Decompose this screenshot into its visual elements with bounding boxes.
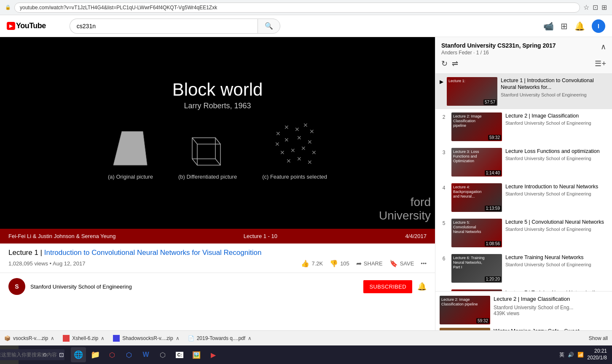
taskbar-app2[interactable]: ⬡ <box>121 347 137 362</box>
suggestion-channel-1: Stanford University School of Eng... <box>494 305 608 310</box>
playlist-info-2: Lecture 2 | Image Classification Stanfor… <box>505 112 608 126</box>
taskbar-app3[interactable]: ⬡ <box>155 347 170 362</box>
taskbar-app5[interactable]: ▶ <box>206 347 221 362</box>
download-name-3: ShadowsocksR-v....zip <box>122 335 173 341</box>
sug-thumb-label-1: Lecture 2: Image Classification pipeline <box>441 297 490 307</box>
like-button[interactable]: 👍 7.2K <box>301 260 323 268</box>
video-title-link[interactable]: Introduction to Convolutional Neural Net… <box>44 249 262 257</box>
upload-icon[interactable]: 📹 <box>543 21 554 31</box>
playlist-num-7: 7 <box>440 289 448 291</box>
add-to-queue-icon[interactable]: ☰+ <box>595 59 606 68</box>
channel-name[interactable]: Stanford University School of Engineerin… <box>30 284 132 290</box>
thumb-label-1: Lecture 1: <box>448 79 465 83</box>
download-item-4[interactable]: 📄 2019-Towards q....pdf ∧ <box>188 335 252 341</box>
bookmark-icon[interactable]: ☆ <box>583 3 589 11</box>
playlist-info-1: Lecture 1 | Introduction to Convolutiona… <box>501 77 608 97</box>
download-chevron-3[interactable]: ∧ <box>176 335 180 341</box>
search-button[interactable]: 🔍 <box>258 19 280 34</box>
playlist-title-7: Lecture 7 | Training Neural Networks II <box>505 289 608 291</box>
taskbar-clock: 20:21 2020/1/8 <box>587 348 607 361</box>
taskbar-explorer[interactable]: 📁 <box>88 347 103 362</box>
bell-icon[interactable]: 🔔 <box>574 21 585 31</box>
loop-icon[interactable]: ↻ <box>441 59 448 68</box>
download-item-3[interactable]: ShadowsocksR-v....zip ∧ <box>113 335 180 342</box>
xshell-icon <box>63 335 70 342</box>
taskbar-search-container <box>20 347 35 362</box>
svg-text:✕: ✕ <box>286 158 291 164</box>
download-chevron-4[interactable]: ∧ <box>248 335 252 341</box>
playlist-thumb-1: Lecture 1: 57:57 <box>447 77 497 106</box>
playlist-num-4: 4 <box>440 183 448 191</box>
taskbar-cortana[interactable]: ○ <box>37 347 52 362</box>
grid-icon[interactable]: ⊞ <box>561 21 568 31</box>
download-chevron-1[interactable]: ∧ <box>51 335 54 341</box>
playlist-num-6: 6 <box>440 254 448 262</box>
dislike-button[interactable]: 👎 105 <box>330 260 349 268</box>
svg-text:✕: ✕ <box>280 149 285 156</box>
taskbar-terminal[interactable]: C: <box>172 347 187 362</box>
playlist-channel-5: Stanford University School of Engineerin… <box>505 227 608 232</box>
taskbar-word[interactable]: W <box>138 347 153 362</box>
playlist-item[interactable]: 5 Lecture 5: Convolutional Neural Networ… <box>435 215 612 251</box>
apps-icon[interactable]: ⊞ <box>601 3 607 11</box>
playlist-title-3: Lecture Loss Functions and optimization <box>505 148 608 155</box>
browser-bar: 🔒 youtube.com/watch?v=vT1JzLTH4G4&list=P… <box>0 0 612 15</box>
svg-text:✕: ✕ <box>301 145 306 152</box>
taskbar-taskview[interactable]: ⊡ <box>54 347 69 362</box>
show-all-button[interactable]: Show all <box>589 335 608 341</box>
taskbar-chrome[interactable]: 🌐 <box>71 347 86 362</box>
playlist-title-4: Lecture Introduction to Neural Networks <box>505 183 608 190</box>
youtube-logo[interactable]: ▶ YouTube <box>7 21 46 30</box>
playlist-meta: Anders Feder · 1 / 16 <box>441 50 556 56</box>
collapse-playlist-icon[interactable]: ∧ <box>601 42 606 51</box>
playlist-item[interactable]: 6 Lecture 6: Training Neural Networks, P… <box>435 251 612 286</box>
playlist-duration-3: 1:14:40 <box>485 170 501 176</box>
playlist-item[interactable]: 7 Lecture 7: Lecture 7 | Training Neural… <box>435 286 612 291</box>
taskbar-sound-icon: 🔊 <box>568 352 574 358</box>
thumb-label-5: Lecture 5: Convolutional Neural Networks <box>453 220 487 234</box>
like-count: 7.2K <box>311 260 323 267</box>
playlist-title-6: Lecture Training Neural Networks <box>505 254 608 261</box>
slide-label-1: (a) Original picture <box>108 174 153 180</box>
taskbar-right: 英 🔊 📶 20:21 2020/1/8 <box>559 348 612 361</box>
playlist-sidebar: Stanford University CS231n, Spring 2017 … <box>435 37 612 364</box>
subscribe-bell-icon[interactable]: 🔔 <box>417 282 427 291</box>
subscribe-button[interactable]: SUBSCRIBED <box>363 280 412 293</box>
sug-duration-1: 59:32 <box>476 318 489 324</box>
app2-icon: ⬡ <box>126 351 132 359</box>
download-item-2[interactable]: Xshell-6.zip ∧ <box>63 335 105 342</box>
channel-avatar: S <box>8 278 25 295</box>
taskbar-app4[interactable]: 🖼️ <box>189 347 204 362</box>
download-chevron-2[interactable]: ∧ <box>101 335 105 341</box>
playlist-item[interactable]: 2 Lecture 2: Image Classification pipeli… <box>435 109 612 145</box>
playlist-item[interactable]: ▶ Lecture 1: 57:57 Lecture 1 | Introduct… <box>435 74 612 109</box>
playlist-duration-2: 59:32 <box>488 135 501 140</box>
save-button[interactable]: 🔖 SAVE <box>389 260 414 268</box>
playlist-title-1: Lecture 1 | Introduction to Convolutiona… <box>501 77 608 91</box>
search-input[interactable] <box>70 19 258 34</box>
more-button[interactable]: ••• <box>421 260 427 267</box>
cast-icon[interactable]: ⊡ <box>593 3 598 11</box>
taskbar-app1[interactable]: ⬡ <box>105 347 120 362</box>
svg-text:✕: ✕ <box>297 134 302 141</box>
share-button[interactable]: ➦ SHARE <box>356 260 383 268</box>
slide-img-original: (a) Original picture <box>108 127 153 180</box>
playlist-item[interactable]: 4 Lecture 4: Backpropagation and Neural.… <box>435 180 612 215</box>
lecture-date: 4/4/2017 <box>405 233 427 239</box>
playlist-thumb-7: Lecture 7: <box>451 289 502 291</box>
user-avatar[interactable]: I <box>592 19 605 33</box>
app4-icon: 🖼️ <box>192 351 201 359</box>
suggestion-item[interactable]: Lecture 2: Image Classification pipeline… <box>440 296 608 324</box>
channel-row: S Stanford University School of Engineer… <box>0 273 435 300</box>
playlist-item[interactable]: 3 Lecture 3: Loss Functions and Optimiza… <box>435 145 612 180</box>
download-item-1[interactable]: 📦 vsocksR-v....zip ∧ <box>4 335 54 341</box>
playlist-title-5: Lecture 5 | Convolutional Neural Network… <box>505 219 608 225</box>
wireframe-svg <box>189 131 227 169</box>
terminal-icon: C: <box>176 352 184 358</box>
svg-line-4 <box>215 138 220 144</box>
shuffle-icon[interactable]: ⇌ <box>452 59 458 68</box>
dislike-count: 105 <box>340 260 349 267</box>
video-player[interactable]: Block world Larry Roberts, 1963 (a) Orig… <box>0 37 435 244</box>
download-name-1: vsocksR-v....zip <box>13 335 48 341</box>
address-bar[interactable]: youtube.com/watch?v=vT1JzLTH4G4&list=PLC… <box>14 3 580 13</box>
